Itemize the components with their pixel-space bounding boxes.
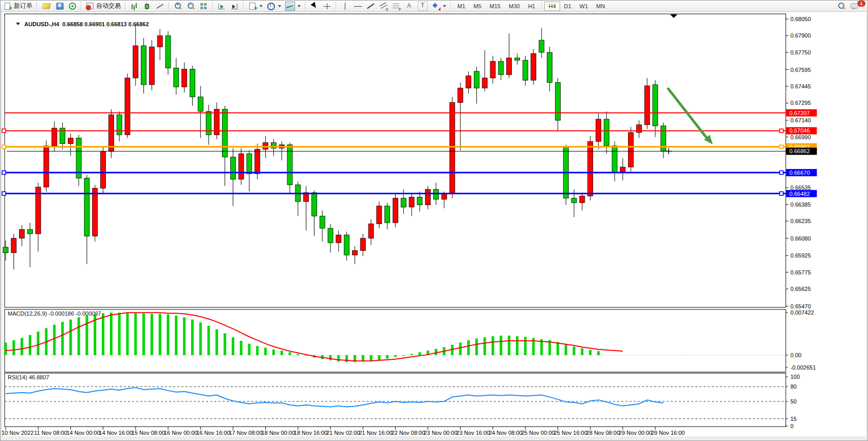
date-axis-label: 14 Nov 16:00 <box>99 430 133 436</box>
macd-bar <box>208 326 210 355</box>
channel-icon <box>379 2 388 10</box>
chevron-down-icon[interactable] <box>443 5 446 7</box>
new-chart-button[interactable] <box>246 1 265 11</box>
timeframe-m15-button[interactable]: M15 <box>486 2 505 11</box>
timeframe-m30-button[interactable]: M30 <box>505 2 524 11</box>
zoom-out-button[interactable] <box>184 1 197 11</box>
candle-body <box>629 133 634 167</box>
zoom-in-button[interactable] <box>172 1 184 11</box>
line-handle[interactable] <box>2 145 6 149</box>
line-handle[interactable] <box>2 171 6 174</box>
candle-body <box>247 154 252 174</box>
channel-tool-button[interactable] <box>377 1 390 11</box>
auto-scroll-button[interactable] <box>228 1 241 11</box>
cursor-tool-button[interactable] <box>308 1 321 11</box>
shift-icon <box>217 2 226 10</box>
macd-bar <box>467 340 470 355</box>
macd-bar <box>69 320 72 355</box>
line-handle[interactable] <box>2 192 6 195</box>
collapse-triangle-icon[interactable] <box>16 23 20 25</box>
timeframe-w1-button[interactable]: W1 <box>576 2 593 11</box>
price-badge-label: 0.66670 <box>789 170 810 176</box>
line-handle[interactable] <box>780 129 783 133</box>
macd-bar <box>102 313 104 355</box>
price-axis-label: 0.66990 <box>790 134 811 140</box>
crosshair-tool-button[interactable] <box>321 1 334 11</box>
macd-bar <box>337 355 340 361</box>
line-handle[interactable] <box>2 129 6 133</box>
macd-bar <box>126 313 129 355</box>
timeframe-m1-button[interactable]: M1 <box>453 2 469 11</box>
marker-icon <box>42 3 51 9</box>
neworder-icon <box>4 2 12 10</box>
trendline-tool-button[interactable] <box>364 1 377 11</box>
marker-tool-button[interactable] <box>40 1 53 11</box>
line-handle[interactable] <box>780 171 783 174</box>
candle-body <box>514 58 520 60</box>
chevron-down-icon[interactable] <box>260 5 263 7</box>
periods-button[interactable] <box>265 1 283 11</box>
macd-bar <box>573 346 576 355</box>
linechart-icon <box>156 2 164 10</box>
label-tool-button[interactable] <box>416 1 430 11</box>
chevron-down-icon[interactable] <box>298 5 301 7</box>
candle-body <box>141 46 146 85</box>
timeframe-h4-button-label: H4 <box>548 3 556 9</box>
candle-body <box>174 68 179 87</box>
candle-body <box>450 102 455 194</box>
main-price-panel[interactable] <box>5 14 786 307</box>
chevron-down-icon[interactable] <box>278 5 281 7</box>
candle-body <box>157 35 162 47</box>
rsi-axis-label: 100 <box>790 374 800 380</box>
timeframe-m5-button[interactable]: M5 <box>469 2 485 11</box>
search-button[interactable] <box>835 1 848 11</box>
candle-body <box>507 58 512 75</box>
timeframe-d1-button[interactable]: D1 <box>560 2 576 11</box>
macd-bar <box>516 336 519 355</box>
new-order-button[interactable]: 新订单 <box>2 1 34 11</box>
price-chart-canvas[interactable]: 0.680500.679000.677500.675950.674450.672… <box>1 12 868 441</box>
line-handle[interactable] <box>780 192 783 195</box>
timeframe-h1-button[interactable]: H1 <box>524 2 539 11</box>
date-axis-label: 14 Nov 00:00 <box>66 430 100 436</box>
macd-bar <box>29 335 31 355</box>
auto-trading-button-label: 自动交易 <box>96 2 121 10</box>
shapes-tool-button[interactable] <box>430 1 448 11</box>
signal-icon <box>69 3 76 10</box>
macd-bar <box>264 347 267 355</box>
candle-body <box>44 146 49 187</box>
notifications-button[interactable]: 1 <box>848 1 867 11</box>
bar-chart-mode-button[interactable] <box>128 1 141 11</box>
tile-windows-button[interactable] <box>197 1 210 11</box>
macd-bar <box>232 337 234 355</box>
line-chart-mode-button[interactable] <box>154 1 167 11</box>
macd-panel[interactable] <box>5 309 786 372</box>
timeframe-d1-button-label: D1 <box>564 3 571 9</box>
macd-bar <box>597 351 600 355</box>
signals-button[interactable] <box>66 1 79 11</box>
timeframe-mn-button[interactable]: MN <box>592 2 609 11</box>
candle-body <box>620 167 625 173</box>
candle-body <box>117 115 122 135</box>
candlestick-mode-button[interactable] <box>141 1 154 11</box>
chat-icon <box>850 2 859 10</box>
candle-body <box>539 40 544 52</box>
rsi-axis-label: 80 <box>790 383 797 390</box>
text-tool-button[interactable] <box>403 1 416 11</box>
line-handle[interactable] <box>780 145 783 149</box>
candle-body <box>84 178 89 236</box>
price-axis-label: 0.65625 <box>790 286 811 292</box>
new-order-button-label: 新订单 <box>14 2 32 10</box>
vertical-line-tool-button[interactable] <box>339 1 352 11</box>
horizontal-line-tool-button[interactable] <box>352 1 364 11</box>
macd-bar <box>199 322 202 355</box>
timeframe-h4-button[interactable]: H4 <box>544 2 560 11</box>
templates-button[interactable] <box>283 1 303 11</box>
auto-trading-button[interactable]: 自动交易 <box>84 1 123 11</box>
price-axis-label: 0.67295 <box>790 100 811 106</box>
toolbar-separator <box>212 2 213 10</box>
date-axis-label: 25 Nov 00:00 <box>521 430 555 436</box>
chart-shift-button[interactable] <box>215 1 228 11</box>
fibonacci-tool-button[interactable] <box>390 1 403 11</box>
profiles-button[interactable] <box>53 1 66 11</box>
